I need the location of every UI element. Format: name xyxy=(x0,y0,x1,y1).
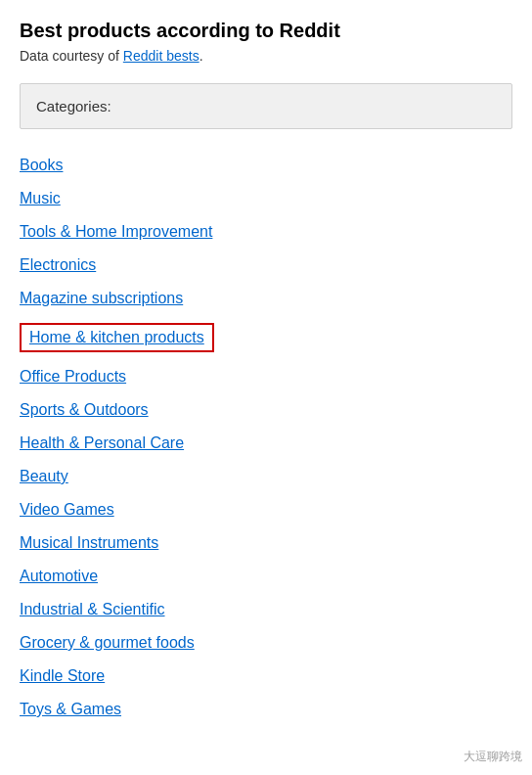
category-link-office-products[interactable]: Office Products xyxy=(20,368,126,385)
list-item-grocery-gourmet-foods: Grocery & gourmet foods xyxy=(20,626,512,660)
categories-label: Categories: xyxy=(36,98,111,114)
list-item-office-products: Office Products xyxy=(20,360,512,393)
list-item-musical-instruments: Musical Instruments xyxy=(20,526,512,560)
list-item-home-kitchen-products: Home & kitchen products xyxy=(20,315,512,360)
category-link-video-games[interactable]: Video Games xyxy=(20,501,114,518)
list-item-electronics: Electronics xyxy=(20,249,512,282)
category-link-magazine-subscriptions[interactable]: Magazine subscriptions xyxy=(20,290,183,306)
subtitle-text: Data courtesy of xyxy=(20,48,123,64)
page-wrapper: Best products according to Reddit Data c… xyxy=(0,0,532,755)
category-link-grocery-gourmet-foods[interactable]: Grocery & gourmet foods xyxy=(20,634,195,651)
list-item-books: Books xyxy=(20,149,512,182)
category-link-industrial-scientific[interactable]: Industrial & Scientific xyxy=(20,601,165,617)
list-item-music: Music xyxy=(20,182,512,215)
category-link-books[interactable]: Books xyxy=(20,157,63,173)
category-link-home-kitchen-products[interactable]: Home & kitchen products xyxy=(29,329,204,345)
categories-box: Categories: xyxy=(20,83,512,129)
page-title: Best products according to Reddit xyxy=(20,20,512,42)
category-link-music[interactable]: Music xyxy=(20,190,61,206)
list-item-tools-home-improvement: Tools & Home Improvement xyxy=(20,215,512,249)
list-item-video-games: Video Games xyxy=(20,493,512,526)
category-link-kindle-store[interactable]: Kindle Store xyxy=(20,667,105,684)
list-item-industrial-scientific: Industrial & Scientific xyxy=(20,593,512,626)
list-item-automotive: Automotive xyxy=(20,560,512,593)
subtitle: Data courtesy of Reddit bests. xyxy=(20,48,512,64)
category-link-electronics[interactable]: Electronics xyxy=(20,256,96,273)
category-link-musical-instruments[interactable]: Musical Instruments xyxy=(20,534,158,551)
list-item-beauty: Beauty xyxy=(20,460,512,493)
highlighted-wrapper: Home & kitchen products xyxy=(20,323,214,352)
category-list: BooksMusicTools & Home ImprovementElectr… xyxy=(20,149,512,726)
category-link-toys-games[interactable]: Toys & Games xyxy=(20,701,121,717)
list-item-sports-outdoors: Sports & Outdoors xyxy=(20,393,512,427)
list-item-health-personal-care: Health & Personal Care xyxy=(20,427,512,460)
reddit-bests-link[interactable]: Reddit bests xyxy=(123,48,200,64)
subtitle-suffix: . xyxy=(200,48,203,64)
list-item-kindle-store: Kindle Store xyxy=(20,660,512,693)
category-link-automotive[interactable]: Automotive xyxy=(20,568,98,584)
category-link-beauty[interactable]: Beauty xyxy=(20,468,68,484)
category-link-health-personal-care[interactable]: Health & Personal Care xyxy=(20,434,184,451)
category-link-sports-outdoors[interactable]: Sports & Outdoors xyxy=(20,401,149,418)
list-item-toys-games: Toys & Games xyxy=(20,693,512,726)
category-link-tools-home-improvement[interactable]: Tools & Home Improvement xyxy=(20,223,212,240)
list-item-magazine-subscriptions: Magazine subscriptions xyxy=(20,282,512,315)
watermark: 大逗聊跨境 xyxy=(464,749,522,765)
